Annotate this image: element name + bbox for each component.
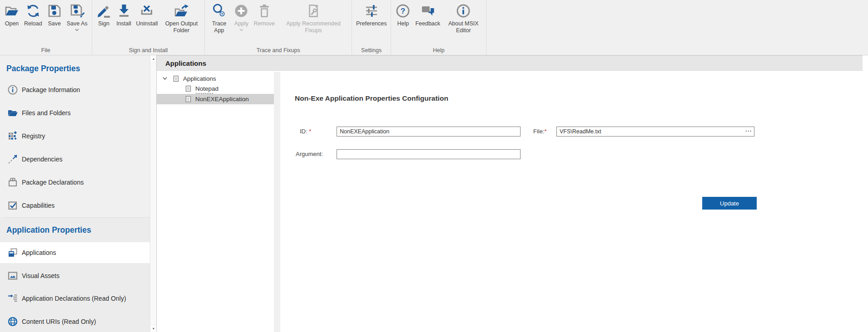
chevron-down-icon: [239, 29, 243, 31]
id-input[interactable]: [337, 127, 521, 137]
argument-field-label: Argument:: [296, 151, 323, 157]
file-field-label: File:*: [533, 128, 547, 135]
required-asterisk: *: [545, 128, 547, 135]
sidebar-item-package-declarations[interactable]: Package Declarations: [0, 171, 150, 194]
capabilities-checkbox-icon: [7, 200, 18, 211]
remove-button[interactable]: Remove: [251, 0, 277, 27]
install-button[interactable]: Install: [114, 0, 134, 27]
scroll-up-icon[interactable]: ▲: [150, 55, 157, 63]
argument-input[interactable]: [337, 149, 521, 159]
sidebar-item-label: Package Information: [22, 86, 80, 93]
trace-app-label: Trace App: [209, 20, 229, 34]
sidebar-item-package-information[interactable]: Package Information: [0, 78, 150, 101]
trace-app-icon: [211, 3, 227, 19]
package-information-icon: [7, 84, 18, 95]
trace-app-button[interactable]: Trace App: [207, 0, 231, 34]
ribbon-toolbar: Open Reload Save: [0, 0, 868, 55]
chevron-down-icon[interactable]: [75, 29, 79, 31]
sign-button[interactable]: Sign: [94, 0, 114, 27]
feedback-label: Feedback: [415, 20, 440, 27]
save-as-icon: [69, 3, 85, 19]
fixups-document-icon: [306, 3, 321, 19]
preferences-sliders-icon: [364, 3, 379, 19]
visual-assets-image-icon: [7, 270, 18, 281]
apply-button[interactable]: Apply: [231, 0, 251, 31]
scroll-down-icon[interactable]: ▼: [150, 325, 157, 332]
application-properties-section: Application Properties Applications Visu…: [0, 217, 150, 332]
apply-recommended-fixups-label: Apply Recommended Fixups: [279, 20, 347, 34]
sidebar-scrollbar[interactable]: ▲ ▼: [150, 55, 157, 332]
sidebar-item-capabilities[interactable]: Capabilities: [0, 194, 150, 217]
tree-node-label: Notepad: [195, 85, 218, 92]
reload-label: Reload: [24, 20, 42, 27]
ribbon-group-settings: Preferences Settings: [352, 0, 391, 55]
ribbon-group-file: Open Reload Save: [0, 0, 92, 55]
applications-windows-icon: [7, 247, 18, 258]
package-declarations-icon: [7, 177, 18, 188]
page-title-band: Applications: [157, 55, 863, 71]
sidebar-item-dependencies[interactable]: Dependencies: [0, 147, 150, 171]
file-input[interactable]: [556, 127, 754, 137]
applications-tree: Applications Notepad NonEXEApplication: [157, 72, 274, 332]
sidebar-item-label: Files and Folders: [22, 109, 70, 117]
update-button[interactable]: Update: [702, 197, 757, 210]
sidebar-item-registry[interactable]: Registry: [0, 124, 150, 147]
open-output-folder-button[interactable]: Open Output Folder: [160, 0, 203, 34]
open-output-folder-icon: [174, 3, 189, 19]
save-icon: [47, 3, 62, 19]
ribbon-empty-space: [486, 0, 868, 55]
sign-pencil-icon: [96, 3, 112, 19]
feedback-button[interactable]: Feedback: [413, 0, 442, 27]
ribbon-group-label-file: File: [0, 47, 92, 54]
install-label: Install: [116, 20, 131, 27]
reload-icon: [25, 3, 41, 19]
id-field-label: ID: *: [300, 128, 311, 135]
open-output-folder-label: Open Output Folder: [162, 20, 200, 34]
sidebar-item-application-declarations[interactable]: Application Declarations (Read Only): [0, 288, 150, 309]
apply-label: Apply: [234, 20, 248, 27]
sidebar-item-label: Registry: [22, 132, 45, 140]
reload-button[interactable]: Reload: [22, 0, 45, 27]
save-button[interactable]: Save: [45, 0, 64, 27]
tree-node-notepad[interactable]: Notepad: [185, 83, 218, 93]
application-properties-form: Non-Exe Application Properties Configura…: [280, 72, 868, 332]
dependencies-icon: [7, 154, 18, 165]
tree-node-applications[interactable]: Applications: [162, 73, 216, 83]
open-label: Open: [5, 20, 19, 27]
tree-node-nonexeapplication[interactable]: NonEXEApplication: [157, 94, 274, 104]
browse-ellipsis-icon[interactable]: ···: [745, 127, 752, 137]
required-asterisk: *: [308, 128, 312, 135]
sidebar-item-files-and-folders[interactable]: Files and Folders: [0, 101, 150, 124]
sidebar-item-applications[interactable]: Applications: [0, 242, 150, 263]
uninstall-button[interactable]: Uninstall: [134, 0, 160, 27]
sidebar-item-label: Capabilities: [22, 202, 55, 209]
preferences-button[interactable]: Preferences: [354, 0, 389, 27]
svg-text:?: ?: [401, 7, 405, 15]
sidebar-item-label: Dependencies: [22, 156, 63, 163]
about-info-icon: [456, 3, 471, 19]
about-msix-editor-label: About MSIX Editor: [445, 20, 482, 34]
sidebar-item-content-uris[interactable]: Content URIs (Read Only): [0, 311, 150, 332]
sidebar-item-label: Application Declarations (Read Only): [22, 295, 126, 302]
apply-recommended-fixups-button[interactable]: Apply Recommended Fixups: [277, 0, 350, 34]
id-field-wrap: [337, 127, 521, 137]
application-declarations-icon: [7, 293, 18, 304]
help-icon: ?: [395, 3, 411, 19]
ribbon-group-help: ? Help Feedback About MSIX Editor Help: [391, 0, 486, 55]
sidebar-item-label: Package Declarations: [22, 179, 84, 186]
tree-expander-chevron-icon[interactable]: [162, 76, 168, 81]
file-field-wrap: ···: [556, 127, 754, 137]
save-as-button[interactable]: Save As: [64, 0, 90, 31]
about-msix-editor-button[interactable]: About MSIX Editor: [442, 0, 484, 34]
install-icon: [116, 3, 132, 19]
content-uris-globe-icon: [7, 316, 18, 327]
open-button[interactable]: Open: [2, 0, 22, 27]
remove-label: Remove: [253, 20, 275, 27]
sidebar-item-visual-assets[interactable]: Visual Assets: [0, 265, 150, 286]
open-folder-icon: [4, 3, 20, 19]
help-button[interactable]: ? Help: [393, 0, 413, 27]
remove-trash-icon: [257, 3, 272, 19]
sidebar-item-label: Applications: [22, 249, 56, 256]
save-as-label: Save As: [67, 20, 88, 27]
ribbon-group-label-sign-install: Sign and Install: [92, 47, 205, 54]
